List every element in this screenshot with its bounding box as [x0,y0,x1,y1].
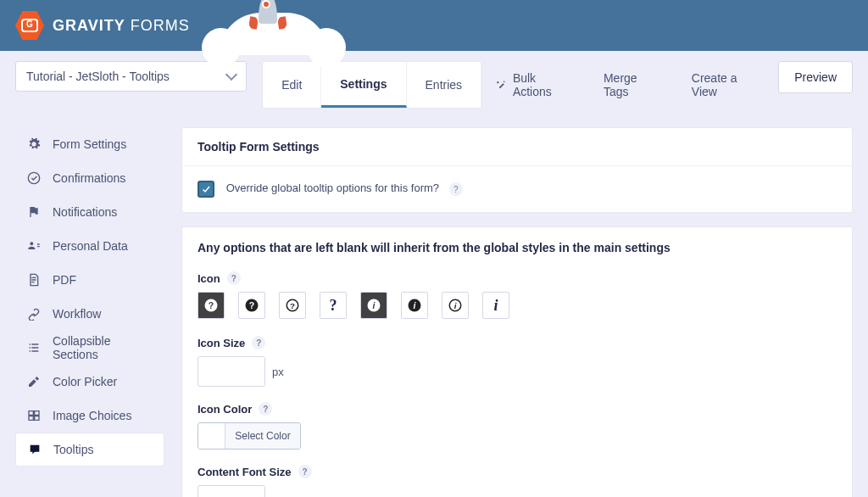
gear-icon [27,137,41,151]
wand-icon [496,79,508,91]
settings-sidebar: Form Settings Confirmations Notification… [15,127,164,497]
sidebar-item-label: Form Settings [53,137,126,151]
icon-color-picker[interactable]: Select Color [198,422,301,450]
header: G GRAVITY FORMS [0,0,868,51]
sidebar-item-label: Tooltips [53,443,93,456]
tab-settings[interactable]: Settings [321,62,406,108]
field-label-icon-size: Icon Size [198,337,245,349]
check-circle-icon [27,171,41,185]
unit-px: px [272,366,284,378]
field-label-content-font-size: Content Font Size [198,466,292,478]
help-icon[interactable]: ? [449,182,463,196]
sidebar-item-label: Workflow [53,307,101,321]
icon-option-q-circle-outline[interactable]: ? [279,292,306,319]
svg-text:?: ? [290,301,295,310]
sidebar-item-label: Image Choices [53,409,131,422]
brand-text: GRAVITY FORMS [53,17,190,35]
form-switcher[interactable]: Tutorial - JetSloth - Tooltips [15,61,247,92]
sidebar-item-label: Notifications [53,205,117,219]
icon-option-q-plain[interactable]: ? [320,292,347,319]
action-bar: Bulk Actions Merge Tags Create a View [482,61,778,109]
icon-option-i-circle-solid-dark[interactable]: i [360,292,387,319]
sidebar-item-label: Confirmations [53,171,125,185]
sidebar-item-label: Personal Data [53,239,128,253]
brand-logo: G GRAVITY FORMS [15,11,190,40]
icon-option-i-circle-solid[interactable]: i [401,292,428,319]
main-content: Tooltip Form Settings Override global to… [181,127,853,497]
color-swatch [198,423,225,449]
link-icon [27,307,41,321]
field-label-icon-color: Icon Color [198,403,252,416]
create-view-button[interactable]: Create a View [678,71,778,98]
preview-wrap: Preview [778,61,853,93]
sidebar-item-label: Color Picker [53,375,117,388]
help-icon[interactable]: ? [227,271,241,285]
field-icon: Icon ? ? ? ? ? i [182,263,852,321]
tooltip-icon [28,443,42,456]
sidebar-item-workflow[interactable]: Workflow [15,297,164,331]
sidebar-item-image-choices[interactable]: Image Choices [15,399,164,433]
sidebar-item-pdf[interactable]: PDF [15,263,164,297]
toolbar: Tutorial - JetSloth - Tooltips Edit Sett… [0,61,868,109]
svg-text:i: i [454,301,457,310]
help-icon[interactable]: ? [298,465,312,478]
tab-strip: Edit Settings Entries [262,61,482,109]
panel-override-title: Tooltip Form Settings [182,128,852,166]
bulk-actions-button[interactable]: Bulk Actions [482,71,590,98]
sidebar-item-color-picker[interactable]: Color Picker [15,365,164,399]
field-icon-size: Icon Size ? px [182,327,852,388]
list-icon [27,341,41,355]
svg-text:?: ? [249,300,254,310]
sidebar-item-notifications[interactable]: Notifications [15,195,164,229]
field-content-font-size: Content Font Size ? px [182,456,852,497]
file-icon [27,273,41,287]
icon-option-q-circle-solid[interactable]: ? [238,292,265,319]
sidebar-item-label: PDF [53,273,76,287]
flag-icon [27,205,41,219]
help-icon[interactable]: ? [259,402,272,416]
tab-edit[interactable]: Edit [263,62,321,108]
inherit-note: Any options that are left blank will inh… [182,227,852,263]
people-id-icon [27,239,41,253]
icon-size-input[interactable] [198,356,265,387]
tab-entries[interactable]: Entries [407,62,482,108]
sidebar-item-collapsible-sections[interactable]: Collapsible Sections [15,331,164,365]
rocket-icon [254,0,281,31]
preview-button[interactable]: Preview [778,61,853,93]
sidebar-item-personal-data[interactable]: Personal Data [15,229,164,263]
unit-px: px [272,494,284,498]
field-label-icon: Icon [198,272,220,285]
content-font-size-input[interactable] [198,485,265,497]
sidebar-item-confirmations[interactable]: Confirmations [15,161,164,195]
form-switcher-label: Tutorial - JetSloth - Tooltips [26,70,170,83]
icon-option-i-plain[interactable]: i [482,292,509,319]
icon-option-q-circle-solid-dark[interactable]: ? [198,292,225,319]
override-checkbox[interactable] [198,181,214,198]
svg-text:?: ? [209,300,214,310]
sidebar-item-label: Collapsible Sections [53,334,156,361]
logo-hex-icon: G [15,11,44,40]
override-label: Override global tooltip options for this… [226,181,439,194]
sidebar-item-tooltips[interactable]: Tooltips [15,433,164,466]
sidebar-item-form-settings[interactable]: Form Settings [15,127,164,161]
check-icon [201,184,211,194]
icon-option-i-circle-outline[interactable]: i [442,292,469,319]
chevron-down-icon [225,69,237,81]
panel-options: Any options that are left blank will inh… [181,226,853,497]
field-icon-color: Icon Color ? Select Color [182,394,852,451]
icon-options: ? ? ? ? i i i [198,292,837,319]
help-icon[interactable]: ? [252,336,265,349]
merge-tags-button[interactable]: Merge Tags [590,71,678,98]
dropper-icon [27,375,41,388]
select-color-button[interactable]: Select Color [225,423,300,449]
panel-override: Tooltip Form Settings Override global to… [181,127,853,213]
image-grid-icon [27,409,41,422]
